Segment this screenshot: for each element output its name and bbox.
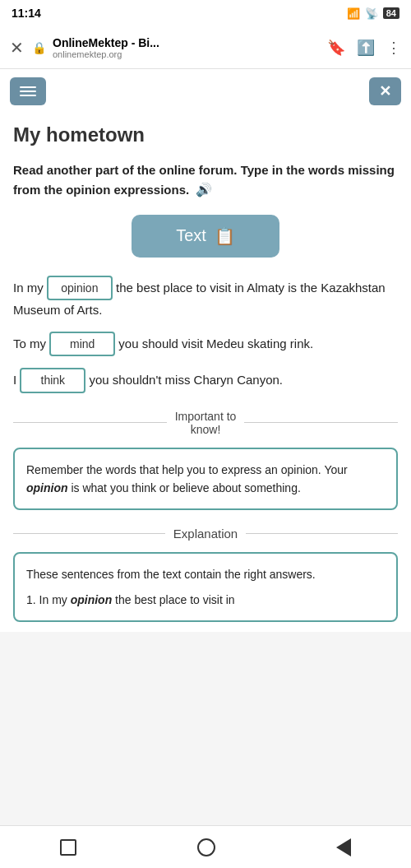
bookmark-icon[interactable]: 🔖: [327, 39, 345, 57]
sentence-3-after: you shouldn't miss Charyn Canyon.: [90, 373, 283, 387]
remember-text-1: Remember the words that help you to expr…: [26, 463, 348, 476]
sentence-row-2: To my mind you should visit Medeu skatin…: [13, 332, 398, 356]
text-button-label: Text: [176, 226, 206, 245]
important-text-2: know!: [191, 423, 221, 436]
bottom-nav: [0, 825, 411, 868]
input-mind[interactable]: mind: [49, 332, 115, 356]
speaker-icon[interactable]: 🔊: [196, 180, 212, 200]
more-icon[interactable]: ⋮: [386, 39, 401, 57]
text-button-icon: 📋: [215, 226, 235, 246]
sentence-1-before: In my: [13, 281, 47, 295]
menu-button[interactable]: [10, 77, 46, 105]
site-name: OnlineMektep - Bi...: [53, 36, 159, 49]
site-url: onlinemektep.org: [53, 49, 159, 59]
lock-icon: 🔒: [32, 41, 46, 54]
explanation-line-1: These sentences from the text contain th…: [26, 565, 385, 583]
input-think[interactable]: think: [20, 368, 85, 392]
explanation-divider-right: [246, 533, 398, 534]
nav-square-button[interactable]: [60, 839, 76, 856]
input-opinion[interactable]: opinion: [47, 276, 113, 300]
explanation-section: Explanation: [13, 527, 398, 541]
site-info: 🔒 OnlineMektep - Bi... onlinemektep.org: [32, 36, 319, 59]
text-button[interactable]: Text 📋: [132, 215, 279, 258]
important-text-1: Important to: [175, 410, 237, 423]
explanation-divider-left: [13, 533, 165, 534]
exercise-area: In my opinion the best place to visit in…: [13, 276, 398, 393]
sentence-2-after: you should visit Medeu skating rink.: [118, 337, 313, 350]
divider-right: [244, 422, 398, 423]
sentence-row-1: In my opinion the best place to visit in…: [13, 276, 398, 320]
remember-bold-word: opinion: [26, 481, 68, 494]
explanation-box: These sentences from the text contain th…: [13, 552, 398, 622]
status-icons: 📶 📡 84: [347, 7, 399, 20]
signal-icon: 📶: [347, 7, 360, 20]
explanation-label: Explanation: [173, 527, 238, 541]
main-content: My hometown Read another part of the onl…: [0, 114, 411, 632]
nav-circle-button[interactable]: [197, 838, 215, 856]
share-icon[interactable]: ⬆️: [357, 39, 375, 57]
important-label: Important to know!: [175, 410, 237, 436]
app-header: ✕: [0, 69, 411, 114]
page-title: My hometown: [13, 123, 398, 146]
browser-close-button[interactable]: ✕: [10, 38, 24, 58]
status-bar: 11:14 📶 📡 84: [0, 0, 411, 26]
sentence-3-before: I: [13, 373, 20, 387]
sentence-row-3: I think you shouldn't miss Charyn Canyon…: [13, 368, 398, 392]
status-time: 11:14: [12, 7, 41, 20]
sentence-2-before: To my: [13, 337, 49, 350]
nav-back-button[interactable]: [336, 838, 351, 856]
instruction-text: Read another part of the online forum. T…: [13, 161, 398, 200]
site-text: OnlineMektep - Bi... onlinemektep.org: [53, 36, 159, 59]
text-button-container: Text 📋: [13, 215, 398, 258]
explanation-line-2: 1. In my opinion the best place to visit…: [26, 591, 385, 609]
divider-left: [13, 422, 167, 423]
explanation-text-2: 1. In my: [26, 593, 71, 606]
close-x-button[interactable]: ✕: [369, 77, 401, 105]
explanation-text-3: the best place to visit in: [112, 593, 234, 606]
wifi-icon: 📡: [365, 7, 378, 20]
remember-text-2: is what you think or believe about somet…: [68, 481, 301, 494]
battery-icon: 84: [383, 7, 399, 19]
explanation-bold-word: opinion: [71, 593, 113, 606]
remember-box: Remember the words that help you to expr…: [13, 448, 398, 511]
important-section: Important to know!: [13, 410, 398, 436]
browser-actions: 🔖 ⬆️ ⋮: [327, 39, 401, 57]
browser-bar: ✕ 🔒 OnlineMektep - Bi... onlinemektep.or…: [0, 26, 411, 69]
